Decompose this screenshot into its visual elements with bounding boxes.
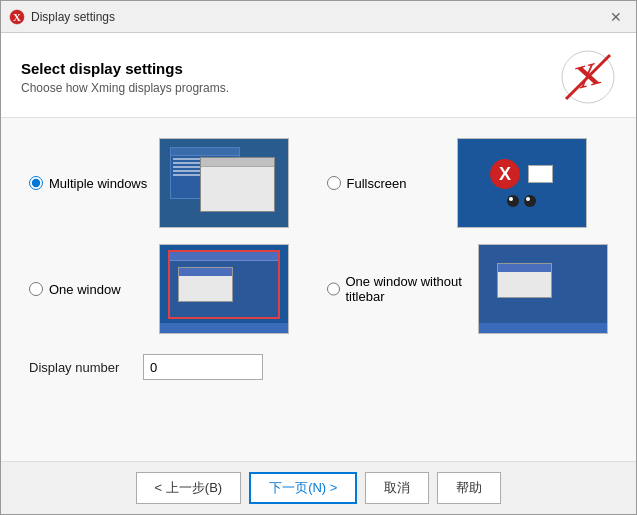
option-text-one-window: One window	[49, 282, 121, 297]
cancel-button[interactable]: 取消	[365, 472, 429, 504]
radio-fullscreen[interactable]	[327, 176, 341, 190]
eye-right	[524, 195, 536, 207]
window-icon: X	[9, 9, 25, 25]
preview-notitlebar	[478, 244, 608, 334]
display-number-label: Display number	[29, 360, 129, 375]
preview-fullscreen: X	[457, 138, 587, 228]
x-logo-preview: X	[490, 159, 520, 189]
footer: < 上一步(B) 下一页(N) > 取消 帮助	[1, 461, 636, 514]
option-text-fullscreen: Fullscreen	[347, 176, 407, 191]
xming-logo: X	[560, 49, 616, 105]
svg-text:X: X	[13, 11, 21, 23]
header-section: Select display settings Choose how Xming…	[1, 33, 636, 118]
main-window: X Display settings ✕ Select display sett…	[0, 0, 637, 515]
option-row-notitlebar: One window without titlebar	[327, 244, 609, 334]
option-row-multiple-windows: Multiple windows	[29, 138, 311, 228]
display-number-input[interactable]	[143, 354, 263, 380]
eyes-preview	[507, 195, 536, 207]
eye-left	[507, 195, 519, 207]
preview-multiple-windows	[159, 138, 289, 228]
preview-one-window	[159, 244, 289, 334]
back-button[interactable]: < 上一步(B)	[136, 472, 242, 504]
option-text-notitlebar: One window without titlebar	[346, 274, 469, 304]
titlebar: X Display settings ✕	[1, 1, 636, 33]
radio-notitlebar[interactable]	[327, 282, 340, 296]
option-label-multiple-windows[interactable]: Multiple windows	[29, 176, 149, 191]
page-heading: Select display settings	[21, 60, 229, 77]
options-grid: Multiple windows	[29, 138, 608, 334]
radio-one-window[interactable]	[29, 282, 43, 296]
window-title: Display settings	[31, 10, 115, 24]
titlebar-left: X Display settings	[9, 9, 115, 25]
help-button[interactable]: 帮助	[437, 472, 501, 504]
page-subtitle: Choose how Xming displays programs.	[21, 81, 229, 95]
option-label-one-window[interactable]: One window	[29, 282, 149, 297]
option-row-one-window: One window	[29, 244, 311, 334]
header-text: Select display settings Choose how Xming…	[21, 60, 229, 95]
option-label-notitlebar[interactable]: One window without titlebar	[327, 274, 469, 304]
close-button[interactable]: ✕	[604, 5, 628, 29]
white-rect-preview	[528, 165, 553, 183]
option-row-fullscreen: Fullscreen X	[327, 138, 609, 228]
display-number-row: Display number	[29, 354, 608, 380]
option-text-multiple-windows: Multiple windows	[49, 176, 147, 191]
radio-multiple-windows[interactable]	[29, 176, 43, 190]
option-label-fullscreen[interactable]: Fullscreen	[327, 176, 447, 191]
content-area: Multiple windows	[1, 118, 636, 461]
next-button[interactable]: 下一页(N) >	[249, 472, 357, 504]
